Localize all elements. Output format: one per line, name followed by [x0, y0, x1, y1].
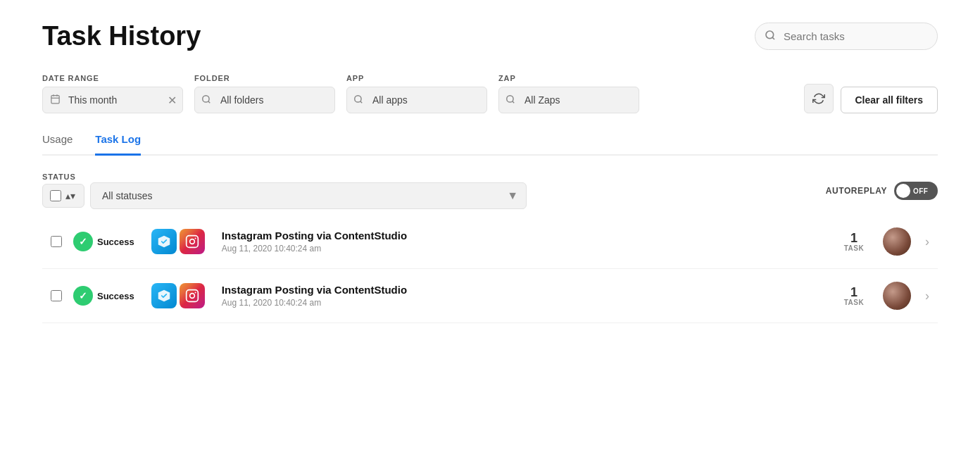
- app-icons: [151, 229, 205, 254]
- date-range-value: This month: [68, 94, 157, 106]
- zap-input-wrap: All Zaps: [498, 87, 639, 113]
- success-icon: ✓: [73, 286, 93, 306]
- status-select[interactable]: All statuses: [90, 182, 527, 209]
- filter-actions: Clear all filters: [804, 84, 938, 113]
- date-range-filter: DATE RANGE This month ✕: [42, 74, 183, 113]
- task-count-num: 1: [836, 232, 872, 244]
- chevron-right-icon: ›: [925, 234, 929, 249]
- date-clear-button[interactable]: ✕: [168, 94, 177, 107]
- status-text: Success: [97, 237, 134, 247]
- folder-select[interactable]: All folders: [194, 87, 335, 113]
- task-name: Instagram Posting via ContentStudio: [222, 284, 825, 296]
- task-name: Instagram Posting via ContentStudio: [222, 230, 825, 242]
- task-count-label: TASK: [836, 299, 872, 306]
- table-row[interactable]: ✓ Success I: [42, 215, 938, 269]
- toggle-circle: [896, 184, 910, 198]
- date-range-input[interactable]: This month ✕: [42, 87, 183, 113]
- app-input-wrap: All apps: [346, 87, 487, 113]
- table-row[interactable]: ✓ Success I: [42, 269, 938, 323]
- tabs-row: Usage Task Log: [42, 133, 938, 156]
- instagram-icon: [180, 229, 205, 254]
- search-input[interactable]: [755, 23, 938, 50]
- task-info: Instagram Posting via ContentStudio Aug …: [222, 284, 825, 308]
- task-date: Aug 11, 2020 10:40:24 am: [222, 244, 825, 253]
- app-icons: [151, 283, 205, 308]
- status-badge: ✓ Success: [73, 286, 134, 306]
- svg-rect-15: [186, 290, 198, 302]
- clear-filters-button[interactable]: Clear all filters: [841, 87, 938, 113]
- avatar-image: [883, 227, 911, 256]
- svg-rect-2: [51, 96, 59, 104]
- task-list: ✓ Success I: [42, 215, 938, 323]
- select-all-checkbox[interactable]: [50, 190, 61, 201]
- status-section: STATUS ▴▾ All statuses ▼: [42, 173, 527, 209]
- task-count-num: 1: [836, 286, 872, 299]
- task-count: 1 TASK: [836, 232, 872, 252]
- toggle-text: OFF: [913, 187, 928, 195]
- search-icon: [765, 30, 776, 44]
- app-select[interactable]: All apps: [346, 87, 487, 113]
- folder-input-wrap: All folders: [194, 87, 335, 113]
- date-range-label: DATE RANGE: [42, 74, 183, 82]
- status-badge: ✓ Success: [73, 232, 134, 251]
- autoreplay-label: AUTOREPLAY: [826, 186, 887, 196]
- svg-point-13: [189, 239, 194, 244]
- app-filter: APP All apps: [346, 74, 487, 113]
- success-icon: ✓: [73, 232, 93, 251]
- task-count: 1 TASK: [836, 286, 872, 306]
- status-label: STATUS: [42, 173, 527, 181]
- meistertask-icon: [151, 283, 177, 308]
- folder-label: FOLDER: [194, 74, 335, 82]
- zap-filter: ZAP All Zaps: [498, 74, 639, 113]
- search-container: [755, 23, 938, 50]
- filters-row: DATE RANGE This month ✕ FOLDER: [42, 74, 938, 113]
- avatar: [883, 227, 911, 256]
- svg-point-16: [189, 294, 194, 299]
- task-row-checkbox[interactable]: [51, 290, 62, 301]
- avatar: [883, 282, 911, 310]
- svg-point-14: [194, 237, 196, 239]
- svg-point-17: [194, 292, 196, 293]
- autoreplay-section: AUTOREPLAY OFF: [826, 182, 938, 200]
- instagram-icon: [180, 283, 205, 308]
- refresh-button[interactable]: [804, 84, 834, 113]
- app-label: APP: [346, 74, 487, 82]
- page-title: Task History: [42, 21, 201, 51]
- page-header: Task History: [42, 21, 938, 51]
- task-row-checkbox[interactable]: [51, 236, 62, 247]
- task-info: Instagram Posting via ContentStudio Aug …: [222, 230, 825, 253]
- status-text: Success: [97, 291, 134, 301]
- svg-point-0: [766, 31, 774, 39]
- checkbox-sort-wrap: ▴▾: [42, 184, 84, 208]
- tab-task-log[interactable]: Task Log: [95, 133, 141, 156]
- svg-line-1: [772, 37, 774, 39]
- calendar-icon: [50, 94, 61, 106]
- tab-usage[interactable]: Usage: [42, 133, 73, 156]
- zap-label: ZAP: [498, 74, 639, 82]
- svg-rect-12: [186, 236, 198, 248]
- sort-button[interactable]: ▴▾: [64, 190, 77, 201]
- task-count-label: TASK: [836, 244, 872, 252]
- autoreplay-toggle[interactable]: OFF: [894, 182, 938, 200]
- status-select-wrap: All statuses ▼: [90, 182, 527, 209]
- folder-filter: FOLDER All folders: [194, 74, 335, 113]
- zap-select[interactable]: All Zaps: [498, 87, 639, 113]
- meistertask-icon: [151, 229, 177, 254]
- chevron-right-icon: ›: [925, 289, 929, 303]
- avatar-image: [883, 282, 911, 310]
- task-date: Aug 11, 2020 10:40:24 am: [222, 298, 825, 308]
